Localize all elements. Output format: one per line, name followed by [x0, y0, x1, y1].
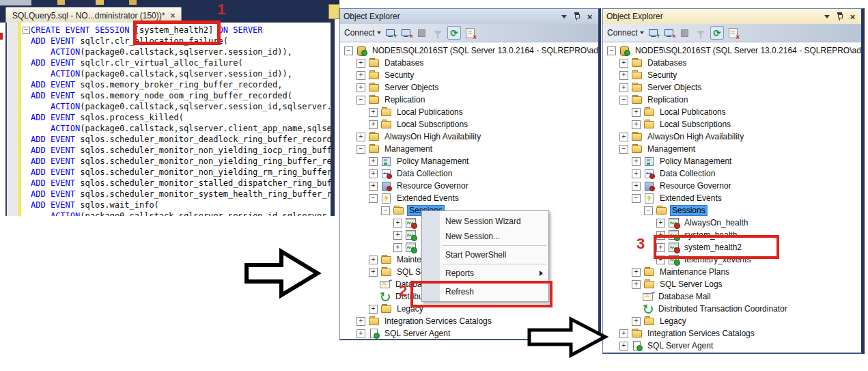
auto-hide-pin-icon[interactable]	[835, 12, 845, 21]
tree-item-data-collection[interactable]: +Data Collection	[340, 167, 598, 180]
tree-item-resource-governor[interactable]: +Resource Governor	[603, 180, 861, 192]
menu-item-new-session-wizard[interactable]: New Session Wizard	[422, 214, 548, 229]
filter-icon[interactable]	[432, 27, 444, 39]
tree-item-extended-events[interactable]: −Extended Events	[603, 192, 861, 204]
collapse-expander-icon[interactable]: −	[381, 206, 390, 215]
tree-item-alwayson-high-availability[interactable]: +AlwaysOn High Availability	[603, 130, 861, 143]
expand-expander-icon[interactable]: +	[619, 133, 628, 141]
tree-item-node5-sql2016st-sql-server-13-0-2164-sql[interactable]: −NODE5\SQL2016ST (SQL Server 13.0.2164 -…	[340, 44, 598, 57]
tree-item-server-objects[interactable]: +Server Objects	[603, 81, 861, 94]
expand-expander-icon[interactable]: +	[369, 157, 378, 166]
expand-expander-icon[interactable]: +	[356, 83, 365, 92]
expand-expander-icon[interactable]: +	[619, 71, 628, 80]
refresh-icon[interactable]: ⟳	[447, 26, 461, 40]
collapse-expander-icon[interactable]: −	[344, 46, 353, 55]
tree-item-server-objects[interactable]: +Server Objects	[340, 81, 598, 94]
disconnect-button[interactable]: ×	[400, 27, 412, 39]
code-area[interactable]: CREATE EVENT SESSION [system_health2] ON…	[31, 23, 331, 216]
collapse-expander-icon[interactable]: −	[607, 46, 616, 55]
tree-item-resource-governor[interactable]: +Resource Governor	[340, 180, 598, 192]
expand-expander-icon[interactable]: +	[356, 317, 365, 326]
expand-expander-icon[interactable]: +	[393, 231, 402, 240]
expand-expander-icon[interactable]: +	[632, 169, 641, 178]
expand-expander-icon[interactable]: +	[369, 169, 378, 178]
collapse-expander-icon[interactable]: −	[632, 194, 641, 203]
expand-expander-icon[interactable]: +	[632, 120, 641, 129]
expand-expander-icon[interactable]: +	[356, 329, 365, 338]
tree-item-databases[interactable]: +Databases	[603, 57, 861, 69]
window-position-icon[interactable]	[559, 12, 569, 21]
sql-editor[interactable]: − CREATE EVENT SESSION [system_health2] …	[5, 23, 331, 216]
expand-expander-icon[interactable]: +	[369, 268, 378, 277]
expand-expander-icon[interactable]: +	[356, 133, 365, 141]
expand-expander-icon[interactable]: +	[619, 59, 628, 68]
tree-item-maintenance-plans[interactable]: +Maintenance Plans	[603, 266, 861, 278]
stop-button[interactable]	[679, 27, 691, 39]
tree-item-databases[interactable]: +Databases	[340, 57, 598, 69]
collapse-expander-icon[interactable]: −	[369, 194, 378, 203]
expand-expander-icon[interactable]: +	[632, 280, 641, 289]
expand-expander-icon[interactable]: +	[632, 182, 641, 191]
tree-item-alwayson-high-availability[interactable]: +AlwaysOn High Availability	[340, 130, 598, 143]
refresh-icon[interactable]: ⟳	[710, 26, 724, 40]
connect-object-explorer-button[interactable]: +	[647, 27, 660, 39]
filter-icon[interactable]	[695, 27, 707, 39]
expand-expander-icon[interactable]: +	[656, 219, 665, 228]
disconnect-button[interactable]: ×	[663, 27, 675, 39]
tree-item-policy-management[interactable]: +Policy Management	[603, 155, 861, 167]
tree-item-local-publications[interactable]: +Local Publications	[603, 106, 861, 118]
tree-item-local-subscriptions[interactable]: +Local Subscriptions	[340, 118, 598, 130]
expand-expander-icon[interactable]: +	[369, 305, 378, 314]
connect-object-explorer-button[interactable]: +	[384, 27, 397, 39]
tree-item-policy-management[interactable]: +Policy Management	[340, 155, 598, 167]
connect-button[interactable]: Connect	[344, 28, 381, 38]
tree-item-management[interactable]: −Management	[340, 143, 598, 155]
window-position-icon[interactable]	[822, 12, 832, 21]
close-icon[interactable]: ×	[848, 12, 858, 21]
expand-expander-icon[interactable]: +	[632, 317, 641, 326]
expand-expander-icon[interactable]: +	[619, 83, 628, 92]
menu-item-reports[interactable]: Reports	[422, 266, 548, 281]
expand-expander-icon[interactable]: +	[369, 108, 378, 117]
collapse-expander-icon[interactable]: −	[356, 145, 365, 154]
expand-expander-icon[interactable]: +	[356, 71, 365, 80]
expand-expander-icon[interactable]: +	[619, 329, 628, 338]
close-icon[interactable]: ×	[585, 12, 595, 21]
tree-item-sessions[interactable]: −Sessions	[603, 204, 861, 217]
collapse-icon[interactable]: −	[23, 27, 30, 34]
tree-item-integration-services-catalogs[interactable]: +Integration Services Catalogs	[603, 327, 861, 340]
tree-item-distributed-transaction-coordinator[interactable]: Distributed Transaction Coordinator	[603, 303, 861, 315]
collapse-expander-icon[interactable]: −	[356, 96, 365, 105]
tab-close-icon[interactable]: ×	[170, 12, 175, 20]
tree-item-local-subscriptions[interactable]: +Local Subscriptions	[603, 118, 861, 130]
collapse-expander-icon[interactable]: −	[619, 145, 628, 154]
tree-item-security[interactable]: +Security	[603, 69, 861, 81]
tree-item-replication[interactable]: −Replication	[603, 94, 861, 106]
tree-item-management[interactable]: −Management	[603, 143, 861, 155]
expand-expander-icon[interactable]: +	[369, 182, 378, 191]
tree-item-data-collection[interactable]: +Data Collection	[603, 167, 861, 180]
menu-item-new-session-[interactable]: New Session...	[422, 229, 548, 244]
script-options-icon[interactable]	[464, 27, 477, 39]
expand-expander-icon[interactable]: +	[369, 256, 378, 264]
tree-item-local-publications[interactable]: +Local Publications	[340, 106, 598, 118]
tree-item-alwayson-health[interactable]: +AlwaysOn_health	[603, 217, 861, 229]
tree-item-node5-sql2016st-sql-server-13-0-2164-sql[interactable]: −NODE5\SQL2016ST (SQL Server 13.0.2164 -…	[603, 44, 861, 57]
expand-expander-icon[interactable]: +	[619, 342, 628, 351]
collapse-expander-icon[interactable]: −	[644, 206, 653, 215]
script-options-icon[interactable]	[727, 27, 740, 39]
menu-item-start-powershell[interactable]: Start PowerShell	[422, 247, 548, 262]
expand-expander-icon[interactable]: +	[393, 219, 402, 228]
stop-button[interactable]	[416, 27, 428, 39]
tree-item-replication[interactable]: −Replication	[340, 94, 598, 106]
collapse-expander-icon[interactable]: −	[619, 96, 628, 105]
tree-item-security[interactable]: +Security	[340, 69, 598, 81]
auto-hide-pin-icon[interactable]	[572, 12, 582, 21]
tree-item-sql-server-agent[interactable]: +SQL Server Agent	[603, 340, 861, 352]
expand-expander-icon[interactable]: +	[632, 157, 641, 166]
tree-item-legacy[interactable]: +Legacy	[603, 315, 861, 327]
expand-expander-icon[interactable]: +	[632, 268, 641, 277]
connect-button[interactable]: Connect	[607, 28, 644, 38]
expand-expander-icon[interactable]: +	[393, 243, 402, 252]
expand-expander-icon[interactable]: +	[632, 108, 641, 117]
